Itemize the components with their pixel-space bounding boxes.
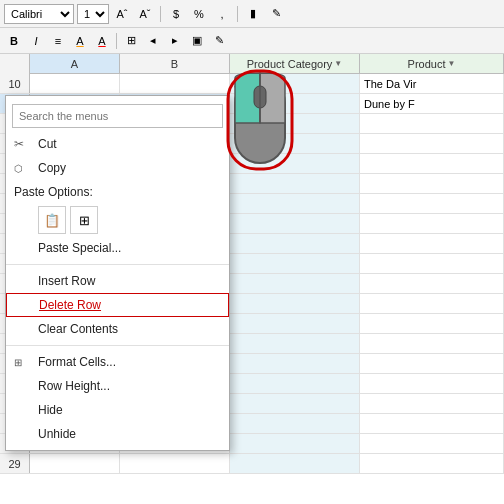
menu-item-delete-row[interactable]: Delete Row — [6, 293, 229, 317]
cell-d[interactable] — [360, 354, 504, 373]
col-header-b[interactable]: B — [120, 54, 230, 73]
col-d-label: Product — [408, 58, 446, 70]
format-paint-button[interactable]: ✎ — [209, 31, 229, 51]
menu-separator-1 — [6, 264, 229, 265]
menu-item-format-cells[interactable]: ⊞ Format Cells... — [6, 350, 229, 374]
menu-item-row-height[interactable]: Row Height... — [6, 374, 229, 398]
cell-c[interactable] — [230, 374, 360, 393]
menu-item-copy[interactable]: ⬡ Copy — [6, 156, 229, 180]
comma-button[interactable]: , — [212, 4, 232, 24]
fill-color-button[interactable]: A — [70, 31, 90, 51]
borders-button[interactable]: ⊞ — [121, 31, 141, 51]
cell-a[interactable] — [30, 454, 120, 473]
col-d-filter-icon[interactable]: ▼ — [448, 59, 456, 68]
indent-inc-button[interactable]: ▸ — [165, 31, 185, 51]
format-cells-label: Format Cells... — [38, 355, 116, 369]
indent-dec-button[interactable]: ◂ — [143, 31, 163, 51]
cell-b[interactable] — [120, 74, 230, 93]
row-height-label: Row Height... — [38, 379, 110, 393]
cell-d[interactable] — [360, 114, 504, 133]
paste-btn-1[interactable]: 📋 — [38, 206, 66, 234]
insert-row-label: Insert Row — [38, 274, 95, 288]
cell-d[interactable] — [360, 294, 504, 313]
copy-label: Copy — [38, 161, 66, 175]
cell-c[interactable] — [230, 394, 360, 413]
currency-button[interactable]: $ — [166, 4, 186, 24]
paste-btn-2[interactable]: ⊞ — [70, 206, 98, 234]
bold-button[interactable]: B — [4, 31, 24, 51]
cell-d[interactable] — [360, 254, 504, 273]
cell-d[interactable] — [360, 174, 504, 193]
format-button[interactable]: ▮ — [243, 4, 263, 24]
unhide-label: Unhide — [38, 427, 76, 441]
cell-c[interactable] — [230, 314, 360, 333]
menu-item-cut[interactable]: ✂ Cut — [6, 132, 229, 156]
shrink-font-button[interactable]: Aˇ — [135, 4, 155, 24]
menu-item-unhide[interactable]: Unhide — [6, 422, 229, 446]
cell-b[interactable] — [120, 454, 230, 473]
cell-d[interactable] — [360, 234, 504, 253]
cell-d[interactable] — [360, 314, 504, 333]
cell-d[interactable] — [360, 274, 504, 293]
italic-button[interactable]: I — [26, 31, 46, 51]
hide-label: Hide — [38, 403, 63, 417]
delete-row-label: Delete Row — [39, 298, 101, 312]
row-number: 10 — [0, 74, 30, 93]
cell-d[interactable] — [360, 194, 504, 213]
cell-c[interactable] — [230, 414, 360, 433]
format-toolbar: B I ≡ A A ⊞ ◂ ▸ ▣ ✎ — [0, 28, 504, 54]
paste-options-label: Paste Options: — [14, 185, 93, 199]
cut-label: Cut — [38, 137, 57, 151]
cell-c[interactable] — [230, 294, 360, 313]
num-format-button[interactable]: ▣ — [187, 31, 207, 51]
font-name-selector[interactable]: Calibri — [4, 4, 74, 24]
font-color-button[interactable]: A — [92, 31, 112, 51]
grow-font-button[interactable]: Aˆ — [112, 4, 132, 24]
cell-d[interactable]: Dune by F — [360, 94, 504, 113]
col-b-label: B — [171, 58, 178, 70]
font-size-selector[interactable]: 11 — [77, 4, 109, 24]
paste-options-section: Paste Options: — [6, 180, 229, 204]
paste-special-label: Paste Special... — [38, 241, 121, 255]
percent-button[interactable]: % — [189, 4, 209, 24]
menu-item-hide[interactable]: Hide — [6, 398, 229, 422]
format-cells-icon: ⊞ — [14, 357, 22, 368]
cell-d[interactable] — [360, 434, 504, 453]
cell-d[interactable] — [360, 454, 504, 473]
cell-d[interactable] — [360, 334, 504, 353]
cell-d[interactable] — [360, 374, 504, 393]
paint-button[interactable]: ✎ — [266, 4, 286, 24]
align-button[interactable]: ≡ — [48, 31, 68, 51]
format-separator — [116, 33, 117, 49]
menu-search-input[interactable] — [12, 104, 223, 128]
col-c-filter-icon[interactable]: ▼ — [334, 59, 342, 68]
cell-c[interactable] — [230, 454, 360, 473]
cell-d[interactable] — [360, 394, 504, 413]
toolbar-separator-1 — [160, 6, 161, 22]
toolbar: Calibri 11 Aˆ Aˇ $ % , ▮ ✎ — [0, 0, 504, 28]
menu-separator-2 — [6, 345, 229, 346]
cell-c[interactable] — [230, 334, 360, 353]
cell-c[interactable] — [230, 274, 360, 293]
menu-item-clear-contents[interactable]: Clear Contents — [6, 317, 229, 341]
cell-d[interactable]: The Da Vir — [360, 74, 504, 93]
col-header-a[interactable]: A — [30, 54, 120, 73]
cell-d[interactable] — [360, 414, 504, 433]
col-a-label: A — [71, 58, 78, 70]
paste-options-row: 📋 ⊞ — [6, 204, 229, 236]
cell-c[interactable] — [230, 194, 360, 213]
cell-c[interactable] — [230, 434, 360, 453]
cell-c[interactable] — [230, 254, 360, 273]
cell-c[interactable] — [230, 234, 360, 253]
menu-item-insert-row[interactable]: Insert Row — [6, 269, 229, 293]
cell-a[interactable] — [30, 74, 120, 93]
cell-c[interactable] — [230, 214, 360, 233]
spreadsheet: Calibri 11 Aˆ Aˇ $ % , ▮ ✎ B I ≡ A A ⊞ ◂… — [0, 0, 504, 504]
cell-d[interactable] — [360, 154, 504, 173]
cell-d[interactable] — [360, 214, 504, 233]
cut-icon: ✂ — [14, 137, 24, 151]
col-header-d[interactable]: Product ▼ — [360, 54, 504, 73]
menu-item-paste-special[interactable]: Paste Special... — [6, 236, 229, 260]
cell-c[interactable] — [230, 354, 360, 373]
cell-d[interactable] — [360, 134, 504, 153]
